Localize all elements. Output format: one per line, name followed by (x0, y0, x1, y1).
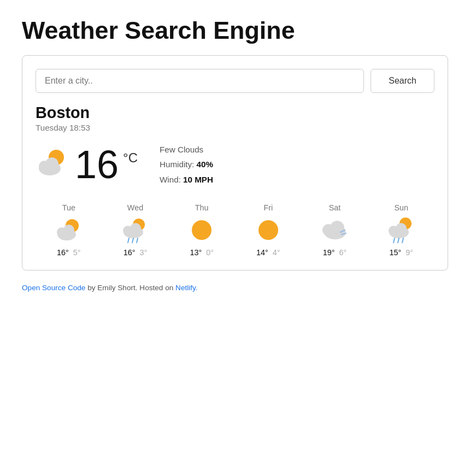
forecast-day-label: Sat (329, 203, 341, 212)
forecast-day-label: Tue (62, 203, 75, 212)
forecast-temp-high: 13° (190, 248, 202, 257)
svg-point-11 (130, 223, 141, 234)
humidity-row: Humidity: 40% (160, 157, 213, 172)
netlify-link[interactable]: Netlify. (175, 284, 198, 292)
forecast-icon (121, 216, 150, 244)
forecast-day: Sat 19° 6° (302, 203, 368, 257)
forecast-temp-low: 0° (206, 248, 214, 257)
condition-text: Few Clouds (160, 142, 213, 157)
current-weather: 16 °C Few Clouds Humidity: 40% Wind: 10 … (36, 142, 434, 187)
forecast-row: Tue 16° 5° Wed 16° 3° Thu (36, 203, 434, 257)
forecast-temps: 14° 4° (256, 248, 280, 257)
forecast-day-label: Fri (263, 203, 273, 212)
weather-card: Search Boston Tuesday 18:53 16 °C Few Cl… (22, 55, 448, 271)
svg-line-13 (132, 238, 133, 243)
forecast-temp-high: 14° (256, 248, 268, 257)
svg-point-3 (45, 157, 58, 171)
wind-label: Wind: (160, 175, 181, 184)
forecast-temp-low: 3° (140, 248, 148, 257)
wind-value: 10 MPH (183, 175, 213, 184)
svg-line-12 (128, 238, 129, 243)
forecast-temp-low: 5° (73, 248, 81, 257)
page-title: Weather Search Engine (22, 16, 454, 44)
forecast-temps: 16° 3° (124, 248, 148, 257)
forecast-icon (55, 216, 83, 244)
forecast-temp-high: 15° (389, 248, 401, 257)
forecast-icon (187, 216, 216, 244)
humidity-value: 40% (197, 160, 213, 169)
svg-line-27 (398, 238, 399, 243)
current-weather-icon (36, 148, 70, 181)
svg-point-19 (330, 221, 344, 235)
forecast-icon (321, 216, 349, 244)
temperature-unit: °C (123, 150, 138, 166)
svg-line-26 (393, 238, 395, 243)
humidity-label: Humidity: (160, 160, 194, 169)
forecast-temp-high: 19° (323, 248, 335, 257)
svg-point-7 (63, 225, 74, 236)
forecast-temps: 13° 0° (190, 248, 214, 257)
forecast-day: Fri 14° 4° (235, 203, 302, 257)
forecast-day-label: Thu (195, 203, 209, 212)
search-button[interactable]: Search (371, 69, 434, 93)
footer-text: by Emily Short. Hosted on (85, 284, 175, 292)
forecast-temp-high: 16° (57, 248, 69, 257)
open-source-link[interactable]: Open Source Code (22, 284, 85, 292)
temperature-block: 16 °C (36, 145, 138, 184)
footer: Open Source Code by Emily Short. Hosted … (22, 284, 454, 292)
forecast-temps: 15° 9° (389, 248, 413, 257)
forecast-day-label: Sun (394, 203, 408, 212)
forecast-temp-high: 16° (124, 248, 136, 257)
forecast-temp-low: 9° (406, 248, 413, 257)
svg-line-14 (137, 238, 138, 243)
weather-details: Few Clouds Humidity: 40% Wind: 10 MPH (160, 142, 213, 187)
svg-point-25 (396, 223, 407, 234)
svg-point-16 (258, 220, 278, 240)
temperature-value: 16 (75, 145, 119, 184)
forecast-day: Tue 16° 5° (36, 203, 102, 257)
forecast-icon (387, 216, 415, 244)
forecast-temp-low: 4° (273, 248, 280, 257)
forecast-day: Wed 16° 3° (102, 203, 169, 257)
forecast-day: Thu 13° 0° (168, 203, 235, 257)
svg-line-28 (402, 238, 403, 243)
forecast-day-label: Wed (127, 203, 143, 212)
search-row: Search (36, 69, 434, 93)
city-datetime: Tuesday 18:53 (36, 123, 434, 132)
city-search-input[interactable] (36, 69, 364, 93)
forecast-temp-low: 6° (339, 248, 347, 257)
svg-point-15 (192, 220, 211, 240)
wind-row: Wind: 10 MPH (160, 172, 213, 187)
city-name: Boston (36, 104, 434, 122)
forecast-temps: 19° 6° (323, 248, 347, 257)
forecast-day: Sun 15° 9° (368, 203, 434, 257)
forecast-icon (254, 216, 283, 244)
forecast-temps: 16° 5° (57, 248, 81, 257)
